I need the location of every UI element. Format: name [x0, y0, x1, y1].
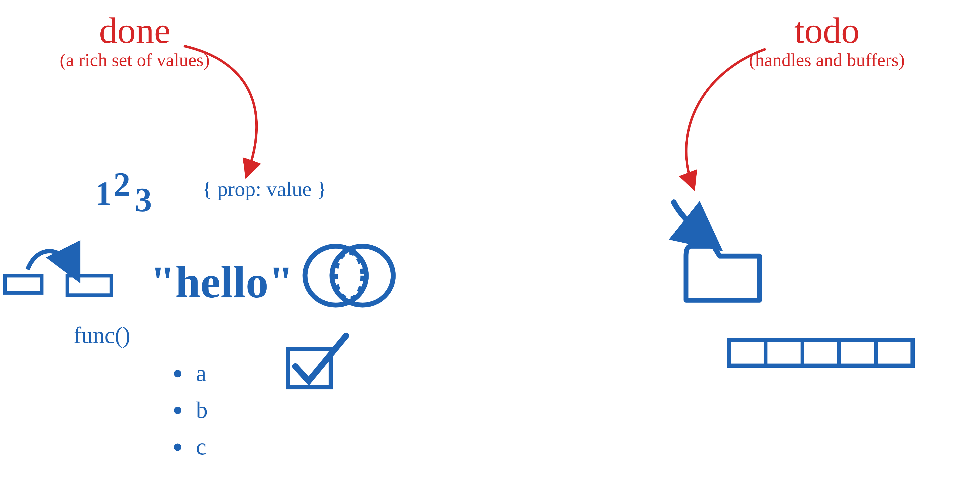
- object-literal: { prop: value }: [202, 177, 327, 201]
- list-icon: a b c: [174, 360, 208, 460]
- svg-point-9: [174, 370, 181, 377]
- svg-rect-15: [729, 340, 913, 366]
- handle-arrow-icon: [674, 202, 708, 239]
- done-title: done: [99, 10, 170, 51]
- todo-section: todo (handles and buffers): [674, 10, 913, 366]
- svg-rect-3: [5, 275, 41, 293]
- svg-text:1: 1: [95, 175, 112, 212]
- string-value: "hello": [150, 257, 294, 307]
- svg-point-11: [174, 407, 181, 414]
- buffer-icon: [729, 340, 913, 366]
- svg-text:3: 3: [135, 181, 152, 219]
- svg-text:2: 2: [113, 166, 130, 203]
- todo-title: todo: [794, 10, 859, 51]
- svg-rect-4: [67, 275, 111, 295]
- done-subtitle: (a rich set of values): [60, 50, 210, 70]
- function-reference-icon: [5, 251, 111, 295]
- todo-subtitle: (handles and buffers): [749, 50, 905, 70]
- folder-icon: [686, 247, 759, 300]
- boolean-icon: [288, 336, 346, 387]
- done-section: done (a rich set of values) 1 2 3 { prop…: [5, 10, 393, 460]
- numbers-icon: 1 2 3: [95, 166, 152, 219]
- sets-icon: [305, 247, 393, 305]
- diagram-canvas: done (a rich set of values) 1 2 3 { prop…: [0, 0, 980, 478]
- svg-text:b: b: [196, 397, 207, 423]
- svg-point-13: [174, 443, 181, 451]
- func-label: func(): [73, 322, 130, 348]
- svg-text:c: c: [196, 434, 206, 460]
- svg-text:a: a: [196, 360, 206, 386]
